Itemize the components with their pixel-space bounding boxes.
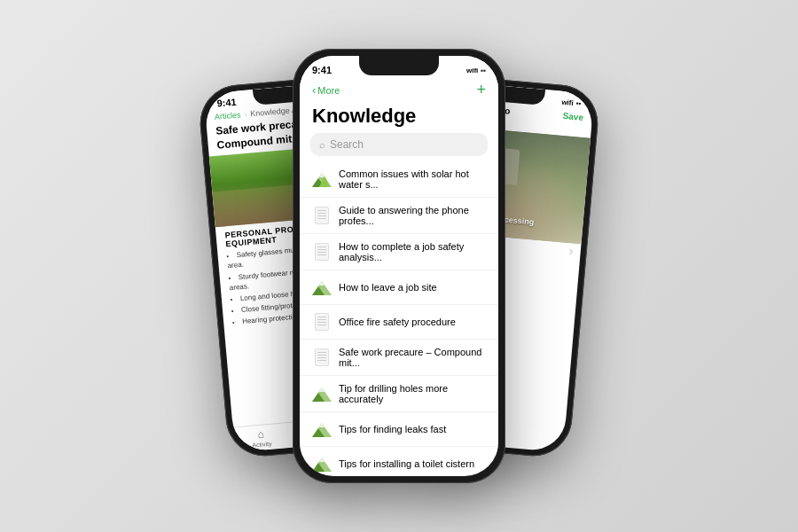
- chevron-right-icon[interactable]: ›: [568, 243, 575, 259]
- knowledge-header: ‹ More +: [300, 77, 498, 103]
- knowledge-item-8[interactable]: Tips for installing a toilet cistern: [300, 447, 498, 476]
- knowledge-item-5[interactable]: Safe work precaure – Compound mit...: [300, 340, 498, 376]
- save-button-right[interactable]: Save: [562, 111, 583, 122]
- search-bar[interactable]: ⌕ Search: [310, 133, 488, 156]
- chevron-left-icon: ‹: [312, 83, 316, 97]
- knowledge-list: Common issues with solar hot water s... …: [300, 161, 498, 476]
- time-left: 9:41: [216, 97, 237, 109]
- item-text-7: Tips for finding leaks fast: [339, 424, 486, 434]
- item-icon-mountain-3: [312, 278, 332, 297]
- search-placeholder: Search: [330, 138, 364, 151]
- item-icon-mountain-7: [312, 419, 332, 439]
- item-icon-mountain: [312, 169, 332, 189]
- item-icon-mountain-6: [312, 384, 332, 403]
- knowledge-item-0[interactable]: Common issues with solar hot water s...: [300, 161, 498, 198]
- item-icon-doc: [312, 206, 332, 225]
- articles-back-link[interactable]: Articles: [215, 110, 241, 121]
- more-label: More: [317, 85, 340, 96]
- svg-marker-6: [319, 281, 325, 286]
- search-icon: ⌕: [319, 139, 325, 150]
- item-text-2: How to complete a job safety analysis...: [339, 241, 486, 262]
- svg-marker-3: [319, 173, 325, 177]
- more-back-btn[interactable]: ‹ More: [312, 83, 340, 97]
- item-icon-mountain-8: [312, 454, 332, 473]
- svg-marker-9: [319, 387, 325, 392]
- tab-activity-left[interactable]: ⌂ Activity: [233, 426, 290, 450]
- activity-label: Activity: [252, 441, 272, 449]
- battery-center: ▪▪: [481, 66, 486, 74]
- phone-center-screen: 9:41 wifi ▪▪ ‹ More + Knowledge ⌕ Search: [300, 56, 498, 476]
- battery-right: ▪▪: [575, 99, 581, 107]
- knowledge-item-7[interactable]: Tips for finding leaks fast: [300, 412, 498, 447]
- svg-marker-12: [319, 423, 325, 427]
- knowledge-title: Knowledge: [300, 103, 498, 133]
- svg-marker-15: [319, 458, 325, 462]
- time-center: 9:41: [312, 65, 332, 75]
- phones-container: 9:41 ▌▌▌ wifi ▪ Articles › Knowledge Art…: [0, 0, 798, 532]
- item-icon-doc-5: [312, 348, 332, 367]
- knowledge-item-4[interactable]: Office fire safety procedure: [300, 305, 498, 340]
- signal-center: wifi: [466, 66, 478, 74]
- item-text-3: How to leave a job site: [339, 282, 486, 293]
- item-icon-doc-4: [312, 312, 332, 332]
- nav-separator: ›: [244, 110, 247, 119]
- notch-center: [359, 56, 439, 75]
- item-text-6: Tip for drilling holes more accurately: [339, 383, 486, 404]
- item-text-0: Common issues with solar hot water s...: [339, 168, 486, 190]
- item-text-8: Tips for installing a toilet cistern: [339, 458, 486, 469]
- item-text-1: Guide to answering the phone profes...: [339, 205, 486, 226]
- item-text-4: Office fire safety procedure: [339, 317, 486, 327]
- status-icons-center: wifi ▪▪: [466, 66, 486, 74]
- knowledge-item-1[interactable]: Guide to answering the phone profes...: [300, 198, 498, 234]
- knowledge-item-3[interactable]: How to leave a job site: [300, 270, 498, 305]
- status-icons-right: wifi ▪▪: [561, 98, 582, 107]
- wifi-right: wifi: [561, 98, 574, 106]
- knowledge-item-6[interactable]: Tip for drilling holes more accurately: [300, 376, 498, 412]
- item-text-5: Safe work precaure – Compound mit...: [339, 347, 486, 368]
- item-icon-doc-2: [312, 242, 332, 262]
- knowledge-item-2[interactable]: How to complete a job safety analysis...: [300, 234, 498, 270]
- phone-center: 9:41 wifi ▪▪ ‹ More + Knowledge ⌕ Search: [293, 49, 505, 483]
- activity-icon: ⌂: [257, 427, 264, 441]
- add-button[interactable]: +: [476, 81, 486, 99]
